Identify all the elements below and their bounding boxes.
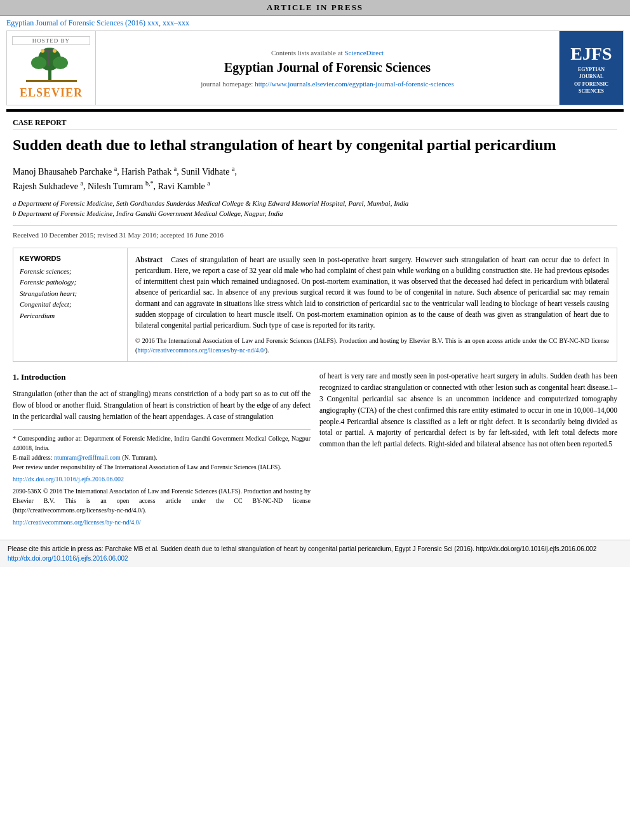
keyword-2: Forensic pathology;	[20, 277, 121, 288]
hosted-by-label: HOSTED BY	[12, 36, 90, 45]
journal-homepage-line: journal homepage: http://www.journals.el…	[201, 80, 454, 88]
footer-bar: Please cite this article in press as: Pa…	[0, 540, 630, 567]
journal-title-header: Egyptian Journal of Forensic Sciences	[224, 60, 431, 75]
body-two-column: 1. Introduction Strangulation (other tha…	[13, 371, 617, 527]
intro-text-right: of heart is very rare and mostly seen in…	[319, 371, 617, 450]
abstract-text: Cases of strangulation of heart are usua…	[135, 256, 609, 330]
keyword-1: Forensic sciences;	[20, 266, 121, 277]
journal-logo-inner: EJFS EGYPTIAN JOURNAL OF FORENSIC SCIENC…	[570, 41, 612, 95]
dates-line: Received 10 December 2015; revised 31 Ma…	[13, 225, 617, 239]
peer-review-note: Peer review under responsibility of The …	[13, 462, 311, 472]
journal-header: HOSTED BY ELSEVIER Contents lists availa…	[6, 30, 624, 105]
article-in-press-banner: ARTICLE IN PRESS	[0, 0, 630, 16]
svg-point-3	[53, 57, 68, 69]
journal-citation-line: Egyptian Journal of Forensic Sciences (2…	[0, 16, 630, 30]
keywords-column: KEYWORDS Forensic sciences; Forensic pat…	[13, 248, 128, 362]
authors-line: Manoj Bhausaheb Parchake a, Harish Patha…	[13, 164, 617, 192]
body-column-left: 1. Introduction Strangulation (other tha…	[13, 371, 311, 527]
issn-license-link[interactable]: http://creativecommons.org/licenses/by-n…	[13, 519, 140, 526]
affiliation-block: a Department of Forensic Medicine, Seth …	[13, 198, 617, 219]
footer-doi-link[interactable]: http://dx.doi.org/10.1016/j.ejfs.2016.06…	[8, 555, 128, 562]
sciencedirect-link[interactable]: ScienceDirect	[344, 49, 384, 57]
article-title: Sudden death due to lethal strangulation…	[13, 135, 617, 155]
elsevier-wordmark: ELSEVIER	[20, 86, 83, 100]
abstract-section: KEYWORDS Forensic sciences; Forensic pat…	[13, 248, 617, 363]
email-link[interactable]: ntumram@rediffmail.com	[54, 454, 121, 461]
section-type-label: CASE REPORT	[13, 118, 617, 130]
keyword-3: Strangulation heart;	[20, 288, 121, 300]
svg-point-2	[31, 57, 46, 69]
issn-line: 2090-536X © 2016 The International Assoc…	[13, 486, 311, 515]
svg-point-6	[41, 49, 44, 53]
journal-logo-box: EJFS EGYPTIAN JOURNAL OF FORENSIC SCIENC…	[560, 31, 623, 105]
copyright-text: © 2016 The International Association of …	[135, 336, 609, 355]
sciencedirect-line: Contents lists available at ScienceDirec…	[271, 49, 384, 57]
keyword-5: Pericardium	[20, 310, 121, 322]
journal-homepage-link[interactable]: http://www.journals.elsevier.com/egyptia…	[255, 80, 454, 88]
affiliation-a: a Department of Forensic Medicine, Seth …	[13, 198, 617, 209]
intro-heading: 1. Introduction	[13, 371, 311, 383]
body-column-right: of heart is very rare and mostly seen in…	[319, 371, 617, 527]
svg-rect-8	[26, 80, 77, 82]
doi-link[interactable]: http://dx.doi.org/10.1016/j.ejfs.2016.06…	[13, 476, 124, 483]
keywords-title: KEYWORDS	[20, 255, 121, 262]
cite-notice: Please cite this article in press as: Pa…	[8, 545, 596, 552]
footnote-divider	[13, 429, 311, 430]
journal-abbr: EJFS	[570, 41, 612, 66]
email-line: E-mail address: ntumram@rediffmail.com (…	[13, 453, 311, 462]
abstract-label: Abstract	[135, 256, 163, 263]
affiliation-b: b Department of Forensic Medicine, Indir…	[13, 208, 617, 219]
abstract-column: Abstract Cases of strangulation of heart…	[128, 248, 617, 362]
journal-center: Contents lists available at ScienceDirec…	[96, 31, 560, 105]
elsevier-graphic-svg	[20, 45, 83, 86]
copyright-link[interactable]: http://creativecommons.org/licenses/by-n…	[137, 347, 265, 354]
svg-point-7	[53, 49, 57, 53]
intro-text-left: Strangulation (other than the act of str…	[13, 389, 311, 422]
main-content: CASE REPORT Sudden death due to lethal s…	[0, 112, 630, 533]
elsevier-logo-box: HOSTED BY ELSEVIER	[7, 31, 96, 105]
footnote-block: * Corresponding author at: Department of…	[13, 434, 311, 527]
svg-rect-4	[48, 50, 50, 66]
keyword-4: Congenital defect;	[20, 299, 121, 310]
keywords-list: Forensic sciences; Forensic pathology; S…	[20, 266, 121, 322]
corresponding-note: * Corresponding author at: Department of…	[13, 434, 311, 453]
